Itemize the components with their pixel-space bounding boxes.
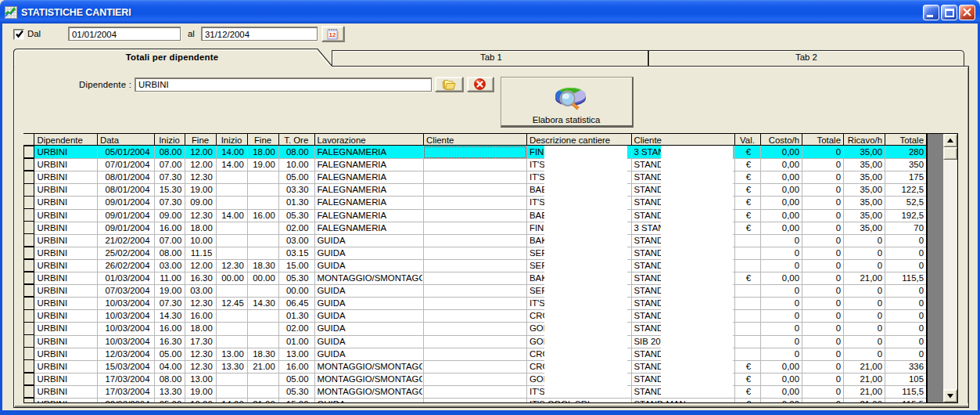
svg-text:12: 12 — [329, 31, 336, 38]
